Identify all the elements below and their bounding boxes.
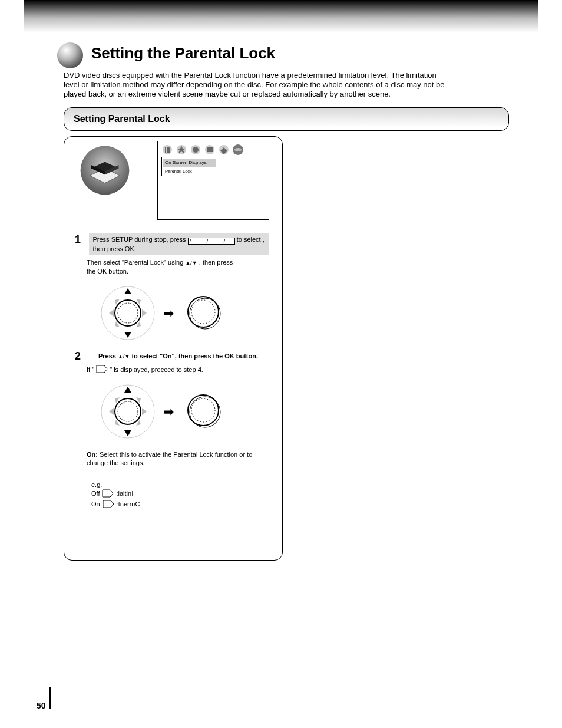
text: Select this to activate the Parental Loc…: [87, 451, 252, 466]
osd-tab-icon: [232, 144, 244, 156]
example-label: e.g.: [91, 481, 272, 488]
ok-button-icon: [186, 393, 221, 428]
text: to select "On", then press the OK button…: [130, 353, 258, 360]
subtitle: DVD video discs equipped with the Parent…: [64, 71, 445, 99]
svg-rect-8: [167, 147, 168, 153]
step-2: 2Press ▲/▼ to select "On", then press th…: [75, 352, 272, 509]
svg-marker-44: [124, 430, 131, 436]
arrow-right-icon: ➡: [163, 404, 174, 420]
osd-icon-row: [158, 141, 269, 157]
osd-tab-icon: [204, 144, 216, 156]
svg-point-21: [118, 303, 138, 323]
osd-list-item: On Screen Displays: [163, 159, 216, 167]
svg-rect-7: [165, 147, 166, 153]
svg-rect-15: [207, 147, 213, 152]
step-detail: On: Select this to activate the Parental…: [87, 450, 272, 467]
step-instruction: Press SETUP during stop, press / / / to …: [89, 233, 269, 255]
svg-marker-37: [109, 408, 114, 415]
svg-point-13: [193, 147, 199, 153]
text: Off: [91, 488, 100, 499]
svg-marker-38: [142, 408, 147, 415]
osd-tab-icon: [176, 144, 187, 156]
svg-point-36: [118, 401, 138, 421]
step-detail: Then select "Parental Lock" using ▲/▼ , …: [87, 258, 272, 275]
example-row: Off :laitinI: [91, 488, 272, 499]
text: .: [201, 366, 203, 373]
device-icon: [78, 144, 131, 197]
svg-marker-22: [109, 309, 114, 317]
subtitle-line: played back, or an extreme violent scene…: [64, 90, 391, 98]
page-number-rule: [49, 687, 51, 709]
step-1: 1 Press SETUP during stop, press / / / t…: [75, 233, 272, 342]
osd-list-item: Parental Lock: [163, 168, 263, 174]
dpad-icon: [98, 284, 157, 342]
control-illustration: ➡: [98, 382, 272, 441]
text: :laitinI: [116, 488, 133, 499]
ok-button-icon: [186, 294, 221, 330]
text: :tnerruC: [117, 499, 140, 509]
svg-marker-48: [103, 490, 113, 497]
svg-point-18: [234, 148, 242, 151]
arrow-right-icon: ➡: [163, 306, 174, 321]
label: On:: [87, 451, 98, 458]
main-panel: On Screen Displays Parental Lock 1 Press…: [64, 136, 283, 561]
example-row: On :tnerruC: [91, 499, 272, 509]
subtitle-line: level or limitation method may differ de…: [64, 80, 445, 89]
page-number: 50: [37, 701, 46, 710]
svg-rect-9: [168, 147, 170, 153]
text: , then press: [199, 259, 233, 266]
text: the OK button.: [87, 268, 128, 275]
step-detail: If " " is displayed, proceed to step 4.: [87, 365, 272, 374]
text: Press SETUP during stop, press: [92, 236, 187, 243]
osd-tab-icon: [190, 144, 201, 156]
header-gradient: [24, 0, 538, 32]
sphere-bullet-icon: [56, 41, 84, 70]
tag-icon: [102, 489, 114, 498]
tag-icon: [103, 500, 114, 508]
osd-tab-icon: [218, 144, 230, 156]
svg-point-35: [115, 398, 141, 424]
svg-marker-28: [124, 288, 131, 294]
svg-marker-43: [124, 387, 131, 393]
text: Then select "Parental Lock" using: [87, 259, 185, 266]
section-bar: Setting Parental Lock: [64, 107, 509, 131]
dpad-icon: [98, 382, 157, 441]
step-number: 1: [75, 233, 87, 246]
svg-marker-33: [97, 365, 107, 373]
subtitle-line: DVD video discs equipped with the Parent…: [64, 71, 437, 80]
svg-marker-23: [142, 309, 147, 317]
text: Press ▲/▼ to select "On", then press the…: [98, 353, 258, 360]
osd-preview: On Screen Displays Parental Lock: [157, 141, 269, 220]
text: On: [91, 499, 100, 509]
step-number: 2: [87, 352, 98, 361]
up-down-arrow-icon: ▲/▼: [185, 260, 197, 266]
page-title: Setting the Parental Lock: [91, 44, 275, 62]
control-illustration: ➡: [98, 284, 272, 342]
svg-point-20: [115, 300, 141, 326]
text: Press: [98, 353, 118, 360]
svg-point-0: [57, 42, 83, 68]
example-block: e.g. Off :laitinI On :tnerruC: [91, 481, 272, 509]
up-down-arrow-icon: ▲/▼: [118, 354, 130, 360]
tag-icon: [96, 365, 108, 373]
svg-marker-49: [103, 500, 114, 508]
osd-tab-icon: [161, 144, 173, 156]
button-placeholder-icon: / / /: [188, 238, 235, 245]
svg-marker-29: [124, 332, 131, 338]
osd-list: On Screen Displays Parental Lock: [161, 157, 265, 176]
